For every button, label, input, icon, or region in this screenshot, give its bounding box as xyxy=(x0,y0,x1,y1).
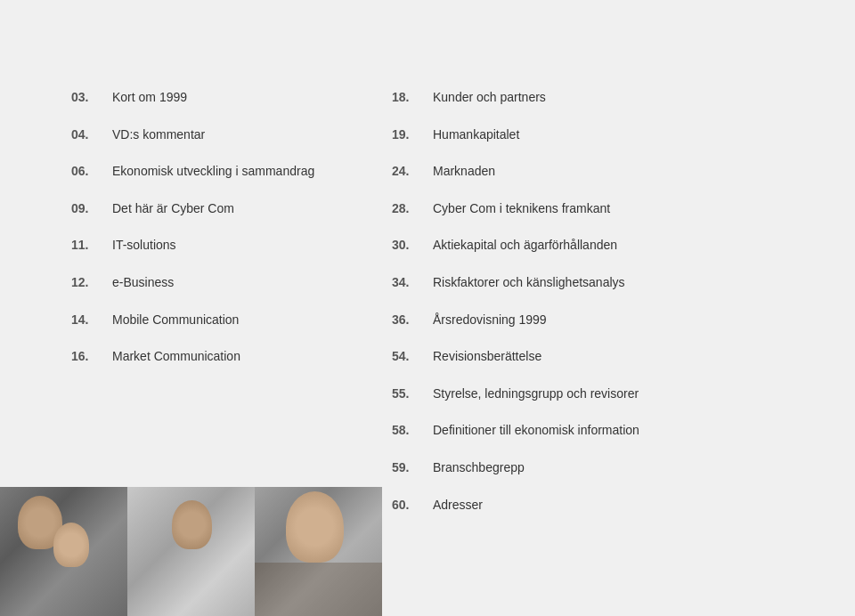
photos-row xyxy=(0,487,383,616)
item-label: IT-solutions xyxy=(112,237,176,255)
item-number: 60. xyxy=(392,498,433,512)
item-label: Branschbegrepp xyxy=(433,459,525,477)
item-number: 30. xyxy=(392,238,433,252)
item-number: 16. xyxy=(71,349,112,363)
item-label: Humankapitalet xyxy=(433,126,519,144)
item-label: Cyber Com i teknikens framkant xyxy=(433,200,610,218)
item-number: 55. xyxy=(392,386,433,401)
item-number: 09. xyxy=(71,201,112,215)
photo-2 xyxy=(127,487,255,616)
list-item: 60.Adresser xyxy=(392,497,695,515)
item-label: Riskfaktorer och känslighetsanalys xyxy=(433,274,625,292)
list-item: 11.IT-solutions xyxy=(71,237,321,255)
item-label: Ekonomisk utveckling i sammandrag xyxy=(112,163,314,181)
item-label: Det här är Cyber Com xyxy=(112,200,234,218)
photo-1 xyxy=(0,487,127,616)
list-item: 16.Market Communication xyxy=(71,348,321,366)
item-number: 54. xyxy=(392,349,433,363)
list-item: 12.e-Business xyxy=(71,274,321,292)
photo-3 xyxy=(255,487,382,616)
list-item: 14.Mobile Communication xyxy=(71,312,321,329)
item-label: Årsredovisning 1999 xyxy=(433,312,547,329)
item-number: 19. xyxy=(392,127,433,142)
item-label: Kunder och partners xyxy=(433,89,546,107)
list-item: 24.Marknaden xyxy=(392,163,695,181)
list-item: 36.Årsredovisning 1999 xyxy=(392,312,695,329)
item-number: 11. xyxy=(71,238,112,252)
item-number: 59. xyxy=(392,460,433,474)
list-item: 03.Kort om 1999 xyxy=(71,89,321,107)
item-label: Definitioner till ekonomisk information xyxy=(433,422,639,440)
item-label: VD:s kommentar xyxy=(112,126,205,144)
list-item: 09.Det här är Cyber Com xyxy=(71,200,321,218)
item-label: Styrelse, ledningsgrupp och revisorer xyxy=(433,385,639,403)
left-column: 03.Kort om 199904.VD:s kommentar06.Ekono… xyxy=(71,89,321,533)
item-number: 06. xyxy=(71,164,112,178)
list-item: 18.Kunder och partners xyxy=(392,89,695,107)
item-number: 28. xyxy=(392,201,433,215)
right-column: 18.Kunder och partners19.Humankapitalet2… xyxy=(392,89,695,533)
list-item: 59.Branschbegrepp xyxy=(392,459,695,477)
item-number: 03. xyxy=(71,90,112,104)
item-label: Kort om 1999 xyxy=(112,89,187,107)
list-item: 30.Aktiekapital och ägarförhållanden xyxy=(392,237,695,255)
item-number: 18. xyxy=(392,90,433,104)
item-label: Marknaden xyxy=(433,163,495,181)
list-item: 28.Cyber Com i teknikens framkant xyxy=(392,200,695,218)
item-label: Market Communication xyxy=(112,348,240,366)
item-label: e-Business xyxy=(112,274,174,292)
list-item: 58.Definitioner till ekonomisk informati… xyxy=(392,422,695,440)
list-item: 55.Styrelse, ledningsgrupp och revisorer xyxy=(392,385,695,403)
index-columns: 03.Kort om 199904.VD:s kommentar06.Ekono… xyxy=(71,71,819,533)
list-item: 04.VD:s kommentar xyxy=(71,126,321,144)
list-item: 54.Revisionsberättelse xyxy=(392,348,695,366)
list-item: 34.Riskfaktorer och känslighetsanalys xyxy=(392,274,695,292)
page: 03.Kort om 199904.VD:s kommentar06.Ekono… xyxy=(0,0,855,616)
item-label: Revisionsberättelse xyxy=(433,348,542,366)
item-number: 34. xyxy=(392,275,433,289)
list-item: 06.Ekonomisk utveckling i sammandrag xyxy=(71,163,321,181)
item-number: 58. xyxy=(392,423,433,437)
item-number: 24. xyxy=(392,164,433,178)
item-label: Aktiekapital och ägarförhållanden xyxy=(433,237,617,255)
item-number: 12. xyxy=(71,275,112,289)
item-number: 04. xyxy=(71,127,112,142)
list-item: 19.Humankapitalet xyxy=(392,126,695,144)
item-label: Mobile Communication xyxy=(112,312,239,329)
item-number: 36. xyxy=(392,312,433,327)
item-number: 14. xyxy=(71,312,112,327)
item-label: Adresser xyxy=(433,497,483,515)
